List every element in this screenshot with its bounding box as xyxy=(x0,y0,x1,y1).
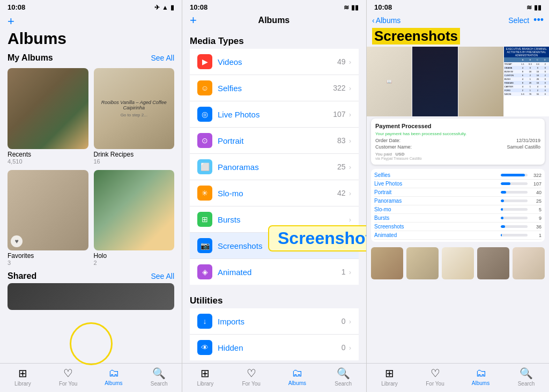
p3-top-photos: 📖 EXECUTIVE BRANCH CRIMINAL ACTIVITIES B… xyxy=(367,47,549,116)
stat-bar-container: 322 xyxy=(501,173,541,178)
p3-album-row xyxy=(367,244,549,283)
tab-label-albums-2: Albums xyxy=(288,380,306,386)
tab-library-2[interactable]: ⊞ Library xyxy=(182,367,228,387)
media-list: Media Types ▶ Videos 49 › ☺ Selfies 322 … xyxy=(182,29,366,363)
my-albums-see-all[interactable]: See All xyxy=(151,54,174,62)
select-button[interactable]: Select xyxy=(508,16,529,25)
list-item-portrait[interactable]: ⊙ Portrait 83 › xyxy=(190,128,359,154)
album-thumb-holo xyxy=(94,170,175,251)
list-item-bursts[interactable]: ⊞ Bursts › xyxy=(190,206,359,233)
list-count-hidden: 0 xyxy=(342,343,346,352)
list-label-animated: Animated xyxy=(218,268,342,277)
battery-icon-2: ▮▮ xyxy=(351,4,359,11)
tab-albums-1[interactable]: 🗂 Albums xyxy=(91,367,137,387)
album-drink[interactable]: Rooibos Vanilla – Aged Coffee Caipirinha… xyxy=(94,68,175,165)
chevron-slomo: › xyxy=(349,189,351,197)
stat-bar-bg xyxy=(501,199,528,202)
list-label-selfies: Selfies xyxy=(218,84,333,93)
add-button-1[interactable]: + xyxy=(8,14,14,28)
payment-row-customer: Customer Name: Samuel Castillo xyxy=(375,144,540,150)
albums-icon: 🗂 xyxy=(108,367,119,379)
tab-label-albums-1: Albums xyxy=(105,380,122,386)
p3-top-photo-1: 📖 xyxy=(367,47,412,116)
search-icon-1: 🔍 xyxy=(152,367,166,380)
list-label-imports: Imports xyxy=(218,317,342,326)
utilities-list: ↓ Imports 0 › 👁 Hidden 0 › xyxy=(190,308,359,360)
stat-name: Bursts xyxy=(374,215,501,221)
chevron-screenshots: › xyxy=(349,242,351,250)
stat-row: Screenshots 36 xyxy=(374,223,541,231)
list-item-livephotos[interactable]: ◎ Live Photos 107 › xyxy=(190,101,359,128)
stat-bar-bg xyxy=(501,182,528,185)
back-button[interactable]: ‹ Albums xyxy=(372,16,400,25)
tab-foryou-1[interactable]: ♡ For You xyxy=(46,367,91,387)
p3-album-thumb-3[interactable] xyxy=(442,247,474,279)
payment-subtitle: Your payment has been processed successf… xyxy=(375,131,540,136)
p3-album-thumb-4[interactable] xyxy=(477,247,509,279)
tab-foryou-2[interactable]: ♡ For You xyxy=(228,367,274,387)
stat-bar-container: 107 xyxy=(501,181,541,187)
list-item-animated[interactable]: ◈ Animated 1 › xyxy=(190,259,359,285)
chevron-portrait: › xyxy=(349,137,351,145)
stat-bar-container: 1 xyxy=(501,233,541,238)
hidden-icon: 👁 xyxy=(197,340,212,355)
chevron-livephotos: › xyxy=(349,110,351,119)
stat-name: Panoramas xyxy=(374,198,501,204)
stat-row: Selfies 322 xyxy=(374,171,541,180)
payment-date-value: 12/31/2019 xyxy=(516,138,540,143)
my-albums-title: My Albums xyxy=(8,53,53,63)
list-item-panoramas[interactable]: ⬜ Panoramas 25 › xyxy=(190,154,359,180)
tab-foryou-3[interactable]: ♡ For You xyxy=(412,367,458,387)
album-holo[interactable]: Holo 2 xyxy=(94,170,175,267)
shared-see-all[interactable]: See All xyxy=(151,272,174,280)
tab-label-foryou-3: For You xyxy=(426,381,444,387)
tab-search-2[interactable]: 🔍 Search xyxy=(320,367,366,387)
shared-title: Shared xyxy=(8,271,36,281)
videos-icon: ▶ xyxy=(197,54,212,69)
tab-label-library-1: Library xyxy=(14,381,31,387)
panel-albums-main: 10:08 ✈ ▲ ▮ + Albums My Albums See All R… xyxy=(0,0,182,392)
tab-library-1[interactable]: ⊞ Library xyxy=(0,367,46,387)
album-favorites[interactable]: ♥ Favorites 3 xyxy=(8,170,88,267)
tab-library-3[interactable]: ⊞ Library xyxy=(367,367,412,387)
albums-icon-3: 🗂 xyxy=(476,367,486,379)
chevron-videos: › xyxy=(349,58,351,66)
p3-title-bar: Screenshots xyxy=(367,27,549,47)
album-recents[interactable]: Recents 4,510 xyxy=(8,68,88,165)
list-count-panoramas: 25 xyxy=(337,162,346,171)
payment-row-date: Order Date: 12/31/2019 xyxy=(375,138,540,143)
add-button-2[interactable]: + xyxy=(190,13,197,27)
tab-search-3[interactable]: 🔍 Search xyxy=(503,367,549,387)
tab-albums-3[interactable]: 🗂 Albums xyxy=(458,367,503,387)
p3-top-photo-4: EXECUTIVE BRANCH CRIMINAL ACTIVITIES BY … xyxy=(504,47,549,116)
album-count-favorites: 3 xyxy=(8,260,88,266)
chevron-panoramas: › xyxy=(349,163,351,171)
location-icon: ✈ xyxy=(154,4,160,11)
chevron-animated: › xyxy=(349,268,351,276)
list-item-selfies[interactable]: ☺ Selfies 322 › xyxy=(190,75,359,101)
search-icon-3: 🔍 xyxy=(520,367,533,380)
my-albums-header: My Albums See All xyxy=(0,51,182,65)
library-icon: ⊞ xyxy=(18,367,27,380)
stat-bar-container: 5 xyxy=(501,207,541,212)
list-item-imports[interactable]: ↓ Imports 0 › xyxy=(190,308,359,335)
panel-albums-list: 10:08 ≋ ▮▮ + Albums Media Types ▶ Videos… xyxy=(182,0,367,392)
list-item-hidden[interactable]: 👁 Hidden 0 › xyxy=(190,335,359,360)
list-item-screenshots[interactable]: 📷 Screenshots 36 › xyxy=(190,233,359,259)
list-item-videos[interactable]: ▶ Videos 49 › xyxy=(190,49,359,75)
tab-albums-2[interactable]: 🗂 Albums xyxy=(274,367,321,387)
album-name-favorites: Favorites xyxy=(8,252,88,260)
tab-bar-container-1: ⊞ Library ♡ For You 🗂 Albums 🔍 Search xyxy=(0,363,182,392)
list-item-slomo[interactable]: ✳ Slo-mo 42 › xyxy=(190,180,359,206)
list-count-livephotos: 107 xyxy=(333,110,345,119)
album-count-recents: 4,510 xyxy=(8,158,88,165)
chevron-selfies: › xyxy=(349,84,351,92)
p3-album-thumb-1[interactable] xyxy=(371,247,403,279)
stat-row: Animated 1 xyxy=(374,231,541,240)
tab-search-1[interactable]: 🔍 Search xyxy=(136,367,182,387)
p3-album-thumb-5[interactable] xyxy=(513,247,545,279)
p3-album-thumb-2[interactable] xyxy=(406,247,439,279)
media-types-header: Media Types xyxy=(182,29,366,49)
stat-row: Bursts 9 xyxy=(374,214,541,223)
more-button[interactable]: ••• xyxy=(533,14,544,26)
